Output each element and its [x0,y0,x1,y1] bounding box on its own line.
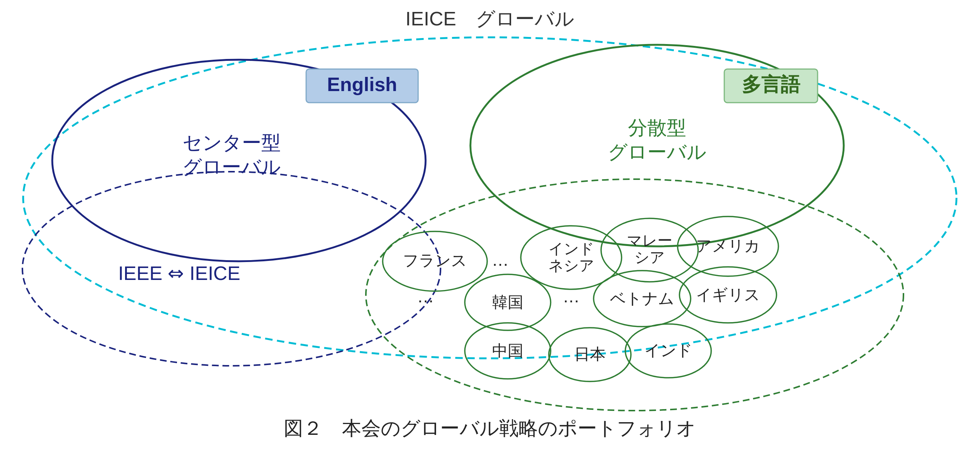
diagram-container: IEICE グローバル IEEE ⇔ IEICE センター型 グローバル Eng… [0,0,980,455]
ieice-global-label: IEICE グローバル [406,8,574,30]
ieee-ieice-label: IEEE ⇔ IEICE [118,262,240,284]
multilingual-label: 多言語 [742,73,800,95]
uk-label: イギリス [696,286,760,304]
dots3: … [563,287,580,306]
malaysia-label2: シア [634,249,665,266]
china-label: 中国 [492,342,523,360]
dots1: … [492,250,509,269]
center-type-label2: グローバル [182,156,281,178]
distributed-type-label: 分散型 [628,117,686,138]
center-type-label: センター型 [183,132,281,153]
korea-label: 韓国 [492,293,523,311]
japan-label: 日本 [574,345,606,363]
india-label: インド [644,342,692,359]
caption: 図２ 本会のグローバル戦略のポートフォリオ [284,417,696,439]
distributed-type-label2: グローバル [608,141,706,163]
indonesia-label: インド [549,240,594,257]
dots2: … [417,287,434,306]
vietnam-label: ベトナム [610,290,674,307]
english-label: English [327,73,397,95]
france-label: フランス [403,251,467,269]
malaysia-label: マレー [627,232,672,248]
america-label: アメリカ [696,237,760,255]
indonesia-label2: ネシア [549,257,594,274]
